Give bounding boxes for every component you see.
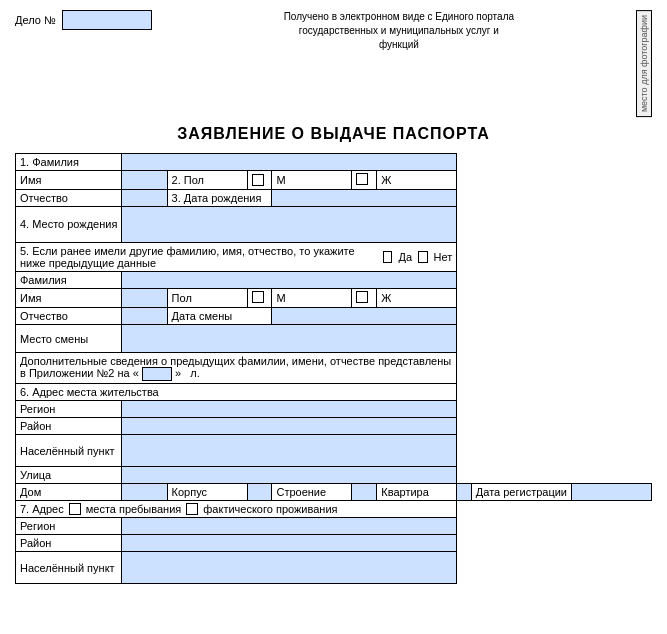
prev-pol-label: Пол <box>167 289 247 308</box>
fakt-proj-label: фактического проживания <box>203 503 337 515</box>
page-title: ЗАЯВЛЕНИЕ О ВЫДАЧЕ ПАСПОРТА <box>15 125 652 143</box>
familiya-label: 1. Фамилия <box>16 154 122 171</box>
table-row-dop-sved: Дополнительные сведения о предыдущих фам… <box>16 353 652 384</box>
table-row-prev-familiya: Фамилия <box>16 272 652 289</box>
imya-input[interactable] <box>122 171 167 190</box>
table-row-nas-punkt2: Населённый пункт <box>16 552 652 584</box>
dop-sved-mid: » <box>175 367 181 379</box>
table-row-dom: Дом Корпус Строение Квартира Дата регист… <box>16 484 652 501</box>
pol-zh-checkbox-cell <box>352 171 377 190</box>
prev-pol-m-checkbox[interactable] <box>252 291 264 303</box>
adres-header: 6. Адрес места жительства <box>16 384 457 401</box>
rayon-input[interactable] <box>122 418 457 435</box>
da-label: Да <box>398 251 412 263</box>
otchestvo-input[interactable] <box>122 190 167 207</box>
table-row-prev-mesto-smeny: Место смены <box>16 325 652 353</box>
region-input[interactable] <box>122 401 457 418</box>
table-row-previous-note: 5. Если ранее имели другие фамилию, имя,… <box>16 243 652 272</box>
kvartira-input[interactable] <box>457 484 472 501</box>
dom-input[interactable] <box>122 484 167 501</box>
table-row-familiya: 1. Фамилия <box>16 154 652 171</box>
pol-zh-checkbox[interactable] <box>356 173 368 185</box>
prev-pol-m-label: М <box>272 289 352 308</box>
ulitsa-label: Улица <box>16 467 122 484</box>
pol-label: 2. Пол <box>167 171 247 190</box>
main-form-table: 1. Фамилия Имя 2. Пол М Ж Отчество 3. Да… <box>15 153 652 584</box>
data-reg-label: Дата регистрации <box>471 484 571 501</box>
table-row-prev-otchestvo: Отчество Дата смены <box>16 308 652 325</box>
prev-imya-label: Имя <box>16 289 122 308</box>
prev-mesto-smeny-label: Место смены <box>16 325 122 353</box>
nas-punkt2-label: Населённый пункт <box>16 552 122 584</box>
kvartira-label: Квартира <box>377 484 457 501</box>
prev-pol-zh-cell <box>352 289 377 308</box>
rayon2-input[interactable] <box>122 535 457 552</box>
prev-data-smeny-label: Дата смены <box>167 308 272 325</box>
nas-punkt-label: Населённый пункт <box>16 435 122 467</box>
nas-punkt-input[interactable] <box>122 435 457 467</box>
dop-sved-cell: Дополнительные сведения о предыдущих фам… <box>16 353 457 384</box>
imya-label: Имя <box>16 171 122 190</box>
table-row-mesto-rozh: 4. Место рождения <box>16 207 652 243</box>
otchestvo-label: Отчество <box>16 190 122 207</box>
region-label: Регион <box>16 401 122 418</box>
net-label: Нет <box>434 251 453 263</box>
data-rozh-input[interactable] <box>272 190 457 207</box>
prev-otchestvo-label: Отчество <box>16 308 122 325</box>
previous-note-text: 5. Если ранее имели другие фамилию, имя,… <box>20 245 377 269</box>
data-reg-input[interactable] <box>572 484 652 501</box>
prev-pol-zh-checkbox[interactable] <box>356 291 368 303</box>
table-row-prev-imya: Имя Пол М Ж <box>16 289 652 308</box>
dop-sved-end: л. <box>190 367 199 379</box>
mesto-rozh-label: 4. Место рождения <box>16 207 122 243</box>
dom-label: Дом <box>16 484 122 501</box>
table-row-nas-punkt: Населённый пункт <box>16 435 652 467</box>
table-row-adres-header: 6. Адрес места жительства <box>16 384 652 401</box>
stroenie-label: Строение <box>272 484 352 501</box>
region2-label: Регион <box>16 518 122 535</box>
table-row-rayon: Район <box>16 418 652 435</box>
photo-placeholder: место для фотографии <box>636 10 652 117</box>
previous-note-cell: 5. Если ранее имели другие фамилию, имя,… <box>16 243 457 272</box>
ulitsa-input[interactable] <box>122 467 457 484</box>
pol-m-checkbox-cell <box>247 171 272 190</box>
korpus-input[interactable] <box>247 484 272 501</box>
prev-familiya-label: Фамилия <box>16 272 122 289</box>
net-checkbox[interactable] <box>418 251 428 263</box>
familiya-input[interactable] <box>122 154 457 171</box>
prev-otchestvo-input[interactable] <box>122 308 167 325</box>
dop-sved-text: Дополнительные сведения о предыдущих фам… <box>20 355 451 379</box>
delo-input[interactable] <box>62 10 152 30</box>
table-row-otchestvo: Отчество 3. Дата рождения <box>16 190 652 207</box>
rayon2-label: Район <box>16 535 122 552</box>
table-row-adres7: 7. Адрес места пребывания фактического п… <box>16 501 652 518</box>
korpus-label: Корпус <box>167 484 247 501</box>
pol-zh-label: Ж <box>377 171 457 190</box>
rayon-label: Район <box>16 418 122 435</box>
table-row-region2: Регион <box>16 518 652 535</box>
table-row-ulitsa: Улица <box>16 467 652 484</box>
adres7-cell: 7. Адрес места пребывания фактического п… <box>16 501 457 518</box>
adres7-label: 7. Адрес <box>20 503 64 515</box>
stroenie-input[interactable] <box>352 484 377 501</box>
data-rozh-label: 3. Дата рождения <box>167 190 272 207</box>
prev-data-smeny-input[interactable] <box>272 308 457 325</box>
pol-m-label: М <box>272 171 352 190</box>
table-row-imya: Имя 2. Пол М Ж <box>16 171 652 190</box>
mest-prebyv-label: места пребывания <box>86 503 182 515</box>
prev-pol-zh-label: Ж <box>377 289 457 308</box>
mesto-rozh-input[interactable] <box>122 207 457 243</box>
da-checkbox[interactable] <box>383 251 393 263</box>
pol-m-checkbox[interactable] <box>252 174 264 186</box>
prev-pol-m-cell <box>247 289 272 308</box>
portal-text: Получено в электронном виде с Единого по… <box>279 10 519 52</box>
table-row-rayon2: Район <box>16 535 652 552</box>
nas-punkt2-input[interactable] <box>122 552 457 584</box>
table-row-region: Регион <box>16 401 652 418</box>
mest-prebyv-checkbox[interactable] <box>69 503 81 515</box>
fakt-proj-checkbox[interactable] <box>186 503 198 515</box>
region2-input[interactable] <box>122 518 457 535</box>
prev-familiya-input[interactable] <box>122 272 457 289</box>
prev-imya-input[interactable] <box>122 289 167 308</box>
prev-mesto-smeny-input[interactable] <box>122 325 457 353</box>
